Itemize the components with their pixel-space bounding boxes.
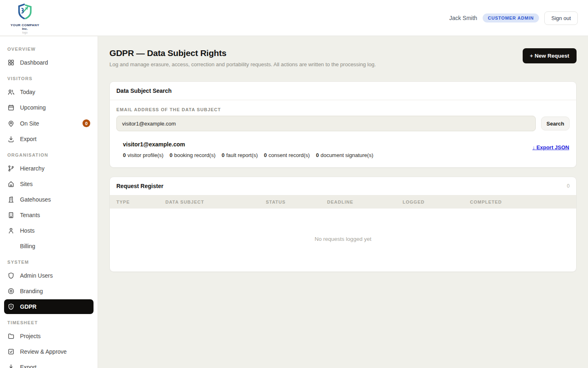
blank-icon	[7, 242, 15, 250]
people-icon	[7, 88, 15, 96]
empty-state-message: No requests logged yet	[110, 209, 576, 272]
result-email: visitor1@example.com	[123, 141, 373, 148]
sidebar-item-gdpr[interactable]: GDPR	[4, 299, 94, 314]
column-deadline: DEADLINE	[327, 200, 403, 204]
on-site-count-badge: 0	[82, 119, 90, 127]
sidebar-item-upcoming[interactable]: Upcoming	[4, 100, 94, 115]
section-label-organisation: ORGANISATION	[0, 147, 98, 160]
building-icon	[7, 211, 15, 219]
sidebar-item-label: GDPR	[20, 303, 36, 310]
role-badge: CUSTOMER ADMIN	[483, 13, 539, 22]
calendar-icon	[7, 104, 15, 111]
sidebar-item-label: Branding	[20, 288, 43, 294]
company-logo: YOUR COMPANY Inc. logo	[9, 2, 40, 34]
search-result: visitor1@example.com 0visitor profile(s)…	[116, 141, 570, 158]
company-name: YOUR COMPANY	[9, 23, 40, 27]
sidebar-item-review-approve[interactable]: Review & Approve	[4, 344, 94, 359]
sidebar-item-label: Upcoming	[20, 104, 46, 111]
search-button[interactable]: Search	[541, 117, 570, 130]
sidebar-item-on-site[interactable]: On Site 0	[4, 116, 94, 131]
sidebar-item-today[interactable]: Today	[4, 85, 94, 99]
sidebar-item-export-timesheet[interactable]: Export	[4, 360, 94, 368]
sidebar-item-dashboard[interactable]: Dashboard	[4, 55, 94, 70]
sidebar-item-tenants[interactable]: Tenants	[4, 208, 94, 222]
count-booking-records: 0booking record(s)	[169, 152, 215, 158]
download-icon	[7, 364, 15, 368]
sidebar-item-billing[interactable]: Billing	[4, 239, 94, 254]
section-label-timesheet: TIMESHEET	[0, 315, 98, 328]
sidebar-item-label: Projects	[20, 333, 41, 339]
company-tagline: logo	[9, 31, 40, 34]
company-suffix: Inc.	[9, 27, 40, 31]
column-data-subject: DATA SUBJECT	[165, 200, 266, 204]
shield-alert-icon	[7, 303, 15, 310]
top-bar: YOUR COMPANY Inc. logo Jack Smith CUSTOM…	[0, 0, 588, 36]
search-card-title: Data Subject Search	[116, 88, 172, 94]
check-square-icon	[7, 348, 15, 355]
sidebar-item-label: Today	[20, 89, 35, 95]
disc-icon	[7, 287, 15, 295]
sidebar-item-branding[interactable]: Branding	[4, 284, 94, 298]
sidebar: OVERVIEW Dashboard VISITORS Today Upcomi…	[0, 36, 98, 368]
register-card-title: Request Register	[116, 183, 163, 189]
new-request-button[interactable]: + New Request	[523, 48, 577, 63]
company-logo-icon	[16, 2, 34, 21]
count-consent-records: 0consent record(s)	[264, 152, 310, 158]
page-header: GDPR — Data Subject Rights Log and manag…	[109, 48, 577, 67]
email-field-label: EMAIL ADDRESS OF THE DATA SUBJECT	[116, 107, 570, 112]
section-label-visitors: VISITORS	[0, 71, 98, 84]
count-document-signatures: 0document signature(s)	[316, 152, 374, 158]
main-content: GDPR — Data Subject Rights Log and manag…	[98, 36, 588, 368]
result-counts: 0visitor profile(s) 0booking record(s) 0…	[123, 152, 373, 158]
sidebar-item-hierarchy[interactable]: Hierarchy	[4, 161, 94, 176]
section-label-overview: OVERVIEW	[0, 41, 98, 54]
sidebar-item-sites[interactable]: Sites	[4, 177, 94, 191]
sidebar-item-label: Export	[20, 364, 36, 368]
sidebar-item-label: Export	[20, 136, 36, 142]
sidebar-item-label: Dashboard	[20, 59, 48, 66]
sidebar-item-label: Admin Users	[20, 272, 53, 279]
register-table-header: TYPE DATA SUBJECT STATUS DEADLINE LOGGED…	[110, 195, 576, 209]
column-type: TYPE	[116, 200, 165, 204]
sidebar-item-gatehouses[interactable]: Gatehouses	[4, 192, 94, 207]
sign-out-button[interactable]: Sign out	[544, 11, 578, 25]
column-status: STATUS	[266, 200, 327, 204]
export-json-link[interactable]: ↓ Export JSON	[532, 144, 569, 158]
sidebar-item-label: Review & Approve	[20, 348, 67, 355]
grid-icon	[7, 59, 15, 66]
sidebar-item-label: Sites	[20, 181, 33, 187]
column-completed: COMPLETED	[470, 200, 570, 204]
sidebar-item-label: Hierarchy	[20, 165, 45, 172]
sidebar-item-admin-users[interactable]: Admin Users	[4, 268, 94, 283]
gatehouse-icon	[7, 196, 15, 203]
sidebar-item-label: Tenants	[20, 212, 40, 218]
sidebar-item-label: Billing	[20, 243, 35, 249]
section-label-system: SYSTEM	[0, 254, 98, 267]
map-pin-icon	[7, 120, 15, 127]
hierarchy-icon	[7, 165, 15, 172]
sidebar-item-projects[interactable]: Projects	[4, 329, 94, 343]
sidebar-item-label: On Site	[20, 120, 77, 127]
page-subtitle: Log and manage erasure, access, correcti…	[109, 61, 376, 67]
sidebar-item-export-visitors[interactable]: Export	[4, 132, 94, 146]
page-title: GDPR — Data Subject Rights	[109, 48, 376, 58]
email-input[interactable]	[116, 116, 536, 131]
request-register-card: Request Register 0 TYPE DATA SUBJECT STA…	[109, 177, 577, 272]
person-icon	[7, 227, 15, 234]
sidebar-item-label: Hosts	[20, 227, 35, 234]
register-count: 0	[567, 183, 570, 189]
sidebar-item-hosts[interactable]: Hosts	[4, 223, 94, 238]
home-icon	[7, 180, 15, 188]
count-fault-reports: 0fault report(s)	[222, 152, 258, 158]
download-icon	[7, 135, 15, 143]
data-subject-search-card: Data Subject Search EMAIL ADDRESS OF THE…	[109, 81, 577, 168]
folder-icon	[7, 332, 15, 340]
shield-icon	[7, 272, 15, 279]
column-logged: LOGGED	[403, 200, 470, 204]
sidebar-item-label: Gatehouses	[20, 196, 51, 203]
count-visitor-profiles: 0visitor profile(s)	[123, 152, 163, 158]
user-name: Jack Smith	[449, 15, 477, 21]
